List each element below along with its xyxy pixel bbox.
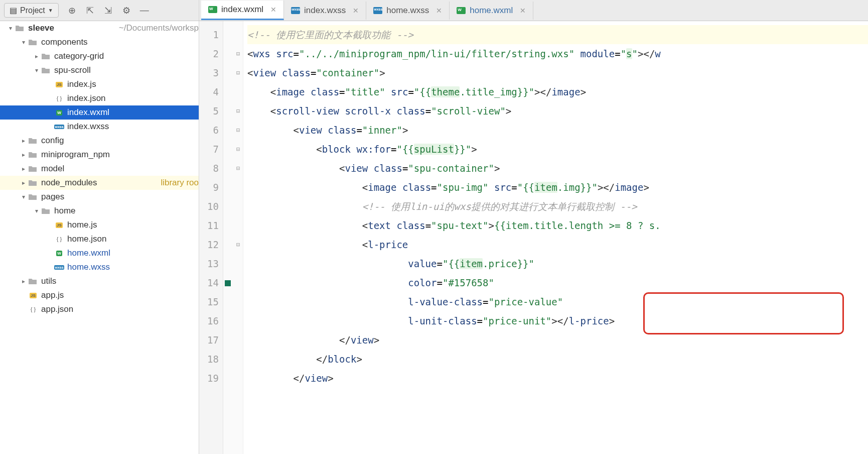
close-icon[interactable]: ✕ [353, 7, 359, 15]
folder-icon [41, 207, 51, 215]
code-editor[interactable]: 12345678910111213141516171819 ⊟⊟⊟⊟⊟⊟⊟ <!… [199, 21, 868, 454]
tree-file-home-wxss[interactable]: wxsshome.wxss [0, 260, 199, 274]
tab-home-wxss[interactable]: wxss home.wxss ✕ [366, 2, 450, 20]
chevron-down-icon[interactable]: ▾ [6, 25, 15, 32]
tab-index-wxml[interactable]: W index.wxml ✕ [201, 1, 284, 20]
code-line[interactable]: <image class="title" src="{{theme.title_… [247, 82, 868, 101]
chevron-down-icon[interactable]: ▾ [32, 67, 41, 74]
line-number: 6 [199, 121, 219, 140]
line-number: 15 [199, 292, 219, 311]
chevron-right-icon[interactable]: ▸ [19, 151, 28, 158]
tree-hint: ~/Documents/worksp [119, 23, 199, 33]
chevron-right-icon[interactable]: ▸ [32, 53, 41, 60]
json-file-icon: { } [54, 235, 64, 243]
fold-toggle[interactable]: ⊟ [233, 159, 243, 178]
code-line[interactable]: value="{{item.price}}" [247, 254, 868, 273]
project-dropdown[interactable]: ▤ Project ▼ [4, 3, 59, 18]
code-line[interactable]: <view class="container"> [247, 63, 868, 82]
close-icon[interactable]: ✕ [436, 7, 442, 15]
tree-file-app-json[interactable]: { }app.json [0, 302, 199, 316]
fold-column: ⊟⊟⊟⊟⊟⊟⊟ [233, 21, 243, 454]
code-line[interactable]: l-value-class="price-value" [247, 292, 868, 311]
tree-folder-category-grid[interactable]: ▸category-grid [0, 49, 199, 63]
code-line[interactable]: <text class="spu-text">{{item.title.leng… [247, 216, 868, 235]
code-line[interactable]: <image class="spu-img" src="{{item.img}}… [247, 178, 868, 197]
chevron-down-icon[interactable]: ▾ [19, 193, 28, 200]
line-number: 4 [199, 82, 219, 101]
project-tree: ▾ sleeve ~/Documents/worksp ▾components▸… [0, 21, 199, 454]
tree-label: app.json [41, 304, 199, 314]
target-icon[interactable]: ⊕ [67, 5, 78, 16]
fold-toggle[interactable]: ⊟ [233, 101, 243, 121]
close-icon[interactable]: ✕ [520, 7, 526, 15]
tree-label: home.js [67, 220, 199, 230]
fold-toggle[interactable]: ⊟ [233, 235, 243, 254]
tree-folder-node_modules[interactable]: ▸node_moduleslibrary roo [0, 176, 199, 190]
tab-home-wxml[interactable]: W home.wxml ✕ [450, 2, 533, 20]
tree-folder-home[interactable]: ▾home [0, 204, 199, 218]
code-line[interactable]: <block wx:for="{{spuList}}"> [247, 140, 868, 159]
wxml-file-icon: W [54, 249, 64, 257]
code-line[interactable]: <!-- 使用lin-ui的wxs提供的对其进行文本单行截取控制 --> [247, 197, 868, 216]
tree-file-home-wxml[interactable]: Whome.wxml [0, 246, 199, 260]
tree-label: index.wxml [67, 107, 199, 118]
code-line[interactable]: </view> [247, 330, 868, 350]
tree-file-index-js[interactable]: JSindex.js [0, 77, 199, 91]
wxml-file-icon: W [457, 7, 466, 14]
line-number: 5 [199, 101, 219, 121]
tree-label: spu-scroll [54, 65, 199, 75]
chevron-right-icon[interactable]: ▸ [19, 137, 28, 144]
tab-label: home.wxml [470, 6, 513, 16]
minimize-icon[interactable]: — [139, 5, 150, 16]
tree-label: miniprogram_npm [41, 150, 199, 160]
tree-label: home.json [67, 234, 199, 244]
tree-file-home-js[interactable]: JShome.js [0, 218, 199, 232]
fold-toggle[interactable]: ⊟ [233, 140, 243, 159]
expand-icon[interactable]: ⇲ [103, 5, 114, 16]
chevron-down-icon[interactable]: ▾ [19, 39, 28, 46]
code-line[interactable]: <view class="inner"> [247, 121, 868, 140]
chevron-down-icon[interactable]: ▾ [32, 207, 41, 214]
collapse-icon[interactable]: ⇱ [85, 5, 96, 16]
code-line[interactable]: <l-price [247, 235, 868, 254]
tree-folder-miniprogram_npm[interactable]: ▸miniprogram_npm [0, 148, 199, 162]
fold-toggle[interactable]: ⊟ [233, 63, 243, 82]
tree-file-home-json[interactable]: { }home.json [0, 232, 199, 246]
close-icon[interactable]: ✕ [270, 6, 276, 14]
line-number: 8 [199, 159, 219, 178]
code-line[interactable]: <scroll-view scroll-x class="scroll-view… [247, 101, 868, 121]
line-number: 13 [199, 254, 219, 273]
tree-folder-pages[interactable]: ▾pages [0, 190, 199, 204]
tree-label: config [41, 136, 199, 146]
tree-folder-spu-scroll[interactable]: ▾spu-scroll [0, 63, 199, 77]
code-line[interactable]: <view class="spu-container"> [247, 159, 868, 178]
wxss-file-icon: wxss [54, 123, 64, 131]
code-line[interactable]: l-unit-class="price-unit"></l-price> [247, 311, 868, 330]
tree-file-index-json[interactable]: { }index.json [0, 91, 199, 105]
chevron-right-icon[interactable]: ▸ [19, 278, 28, 285]
tree-file-index-wxml[interactable]: Windex.wxml [0, 105, 199, 120]
code-line[interactable]: </block> [247, 350, 868, 369]
tree-root[interactable]: ▾ sleeve ~/Documents/worksp [0, 21, 199, 35]
fold-toggle[interactable]: ⊟ [233, 121, 243, 140]
tree-label: components [41, 37, 199, 47]
code-line[interactable]: </view> [247, 369, 868, 388]
wxss-file-icon: wxss [54, 263, 64, 271]
tree-folder-config[interactable]: ▸config [0, 134, 199, 148]
tree-folder-model[interactable]: ▸model [0, 162, 199, 176]
gear-icon[interactable]: ⚙ [121, 5, 132, 16]
chevron-right-icon[interactable]: ▸ [19, 165, 28, 172]
tree-file-index-wxss[interactable]: wxssindex.wxss [0, 120, 199, 134]
tab-index-wxss[interactable]: wxss index.wxss ✕ [284, 2, 366, 20]
code-content[interactable]: <!-- 使用它里面的文本截取功能 --><wxs src="../../min… [243, 21, 868, 454]
fold-toggle[interactable]: ⊟ [233, 44, 243, 63]
chevron-right-icon[interactable]: ▸ [19, 179, 28, 186]
wxss-file-icon: wxss [291, 7, 300, 14]
tree-folder-utils[interactable]: ▸utils [0, 274, 199, 288]
folder-icon [41, 52, 51, 60]
code-line[interactable]: <wxs src="../../miniprogram_npm/lin-ui/f… [247, 44, 868, 63]
tree-folder-components[interactable]: ▾components [0, 35, 199, 49]
tree-file-app-js[interactable]: JSapp.js [0, 288, 199, 302]
code-line[interactable]: color="#157658" [247, 273, 868, 292]
code-line[interactable]: <!-- 使用它里面的文本截取功能 --> [247, 25, 868, 44]
